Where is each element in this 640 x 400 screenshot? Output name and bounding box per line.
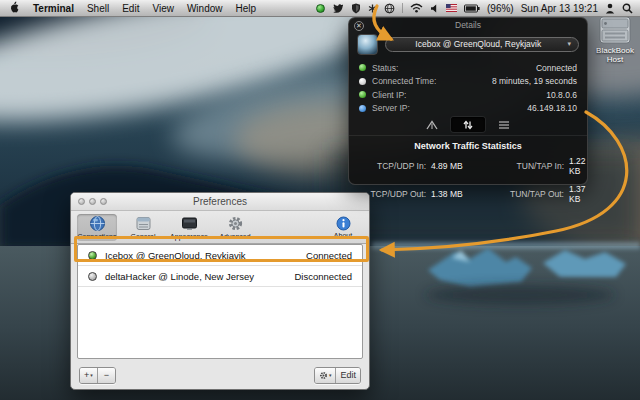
connection-selector-dropdown[interactable]: Icebox @ GreenQloud, Reykjavik ▾ <box>385 37 579 52</box>
edit-button[interactable]: Edit <box>336 368 360 383</box>
preferences-footer: +▾ − ▾ Edit <box>71 361 369 389</box>
menubar-clock[interactable]: Sun Apr 13 19:21 <box>521 3 598 14</box>
tab-signal-graph[interactable] <box>415 117 449 132</box>
list-icon <box>497 120 511 130</box>
client-ip-dot-icon <box>359 91 366 98</box>
add-connection-button[interactable]: +▾ <box>80 368 98 383</box>
actions-gear-button[interactable]: ▾ <box>315 368 337 383</box>
apple-menu[interactable] <box>9 1 20 16</box>
status-value: Connected <box>536 63 577 73</box>
preferences-window: Preferences Connections Gener <box>70 192 370 390</box>
toolbar-item-general[interactable]: General <box>123 214 163 241</box>
up-down-arrows-icon <box>461 120 475 130</box>
battery-percent: (96%) <box>487 3 514 14</box>
twitter-icon[interactable] <box>332 3 344 13</box>
connected-orb-icon <box>88 251 97 260</box>
input-language-flag-icon[interactable] <box>446 4 457 12</box>
tab-traffic-stats[interactable] <box>451 117 485 132</box>
disconnected-orb-icon <box>88 272 97 281</box>
toolbar-item-connections[interactable]: Connections <box>77 214 117 241</box>
desktop: Terminal Shell Edit View Window Help <box>0 0 640 400</box>
connected-time-row: Connected Time: 8 minutes, 19 seconds <box>359 75 577 89</box>
connection-avatar <box>357 34 378 55</box>
status-dot-icon <box>359 64 366 71</box>
menubar-separator <box>402 3 403 13</box>
vpn-status-icon[interactable] <box>316 4 325 13</box>
menu-view[interactable]: View <box>152 3 174 14</box>
network-traffic-section: Network Traffic Statistics TCP/UDP In: 4… <box>349 135 587 184</box>
app-asterisk-icon[interactable] <box>368 4 377 13</box>
time-dot-icon <box>359 78 366 85</box>
globe-icon[interactable] <box>384 3 395 14</box>
desktop-icon-blackbook-host[interactable]: BlackBook Host <box>592 16 638 64</box>
tcp-udp-in-value: 4.89 MB <box>431 161 483 171</box>
chevron-down-icon: ▾ <box>567 40 571 48</box>
server-ip-row: Server IP: 46.149.18.10 <box>359 102 577 116</box>
tun-tap-in-value: 1.22 KB <box>569 156 586 176</box>
server-ip-value: 46.149.18.10 <box>527 103 577 113</box>
preferences-toolbar: Connections General Appearance <box>71 211 369 244</box>
status-row: Status: Connected <box>359 61 577 75</box>
remove-connection-button[interactable]: − <box>98 368 115 383</box>
wifi-icon[interactable] <box>410 3 423 13</box>
connected-time-value: 8 minutes, 19 seconds <box>492 76 577 86</box>
details-window: ✕ Details Icebox @ GreenQloud, Reykjavik… <box>348 17 588 185</box>
advanced-gear-icon <box>227 215 244 232</box>
preferences-titlebar: Preferences <box>71 193 369 211</box>
volume-icon[interactable] <box>430 4 439 13</box>
connections-list: Icebox @ GreenQloud, Reykjavik Connected… <box>77 244 363 359</box>
connection-selector-value: Icebox @ GreenQloud, Reykjavik <box>393 39 563 49</box>
toolbar-item-appearance[interactable]: Appearance <box>169 214 209 241</box>
shield-icon[interactable] <box>351 3 361 14</box>
details-titlebar: ✕ Details <box>349 18 587 31</box>
appearance-icon <box>181 215 198 232</box>
chevron-down-icon: ▾ <box>90 372 93 378</box>
preferences-title: Preferences <box>71 196 369 207</box>
chevron-down-icon: ▾ <box>329 372 332 378</box>
battery-icon[interactable] <box>464 4 480 13</box>
connections-globe-icon <box>89 215 106 232</box>
tcp-udp-out-value: 1.38 MB <box>431 189 483 199</box>
menu-terminal[interactable]: Terminal <box>33 3 74 14</box>
menu-shell[interactable]: Shell <box>87 3 109 14</box>
menu-window[interactable]: Window <box>187 3 223 14</box>
connection-status: Disconnected <box>294 271 352 282</box>
gear-icon <box>319 371 328 380</box>
user-icon[interactable] <box>605 3 615 14</box>
hard-drive-icon <box>597 16 633 45</box>
details-tab-bar <box>349 117 587 132</box>
menu-help[interactable]: Help <box>236 3 257 14</box>
tun-tap-out-value: 1.37 KB <box>569 184 586 204</box>
menu-edit[interactable]: Edit <box>122 3 139 14</box>
general-icon <box>135 215 152 232</box>
client-ip-row: Client IP: 10.8.0.6 <box>359 88 577 102</box>
client-ip-value: 10.8.0.6 <box>546 90 577 100</box>
spotlight-search-icon[interactable] <box>622 3 633 14</box>
toolbar-item-advanced[interactable]: Advanced <box>215 214 255 241</box>
toolbar-item-about[interactable]: About <box>323 215 363 240</box>
graph-peak-icon <box>425 120 439 130</box>
desktop-icon-label: BlackBook Host <box>596 46 634 64</box>
connection-row-deltahacker[interactable]: deltaHacker @ Linode, New Jersey Disconn… <box>78 266 362 287</box>
stats-title: Network Traffic Statistics <box>349 141 587 151</box>
connection-row-icebox[interactable]: Icebox @ GreenQloud, Reykjavik Connected <box>78 245 362 266</box>
server-ip-dot-icon <box>359 105 366 112</box>
connection-status-rows: Status: Connected Connected Time: 8 minu… <box>359 61 577 115</box>
menu-bar: Terminal Shell Edit View Window Help <box>0 0 640 17</box>
connection-status: Connected <box>306 250 352 261</box>
details-title: Details <box>349 20 587 30</box>
tab-log-list[interactable] <box>487 117 521 132</box>
apple-icon <box>9 1 20 14</box>
info-icon <box>336 216 351 231</box>
